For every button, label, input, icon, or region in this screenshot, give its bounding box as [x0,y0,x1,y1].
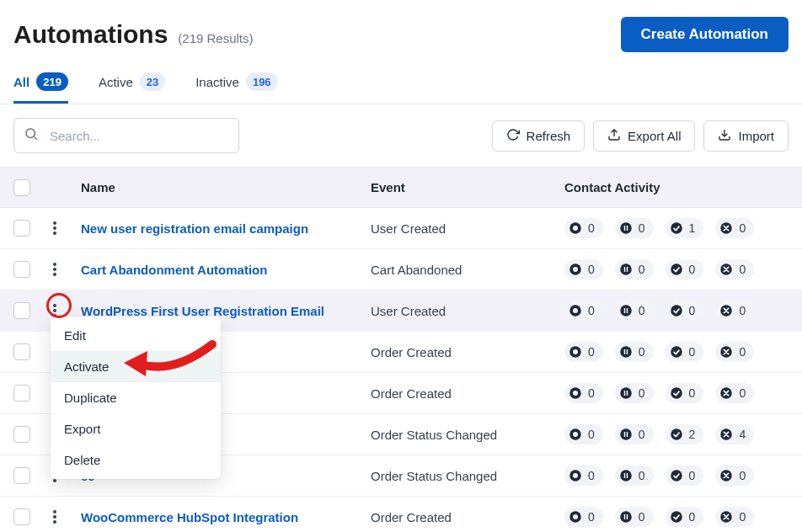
activity-count: 0 [639,221,645,235]
activity-count: 0 [689,386,696,400]
refresh-label: Refresh [527,129,571,143]
activity-failed-icon [719,509,734,524]
activity-failed-icon [719,262,734,277]
refresh-button[interactable]: Refresh [492,120,585,152]
svg-point-49 [620,387,632,399]
activity-open-icon [568,386,583,401]
row-more-button[interactable] [45,216,64,240]
row-name-link[interactable]: WordPress First User Registration Email [76,304,371,318]
activity-pill: 0 [666,466,704,486]
activity-open-icon [568,221,583,236]
menu-activate[interactable]: Activate [51,351,221,382]
activity-count: 0 [639,345,645,359]
svg-rect-60 [624,432,626,437]
row-activity: 0000 [564,259,802,279]
svg-point-74 [53,510,56,513]
row-activity: 0000 [564,507,802,527]
row-more-button[interactable] [45,258,64,281]
activity-count: 0 [639,263,645,276]
svg-point-5 [53,226,56,230]
activity-count: 0 [739,386,746,400]
svg-point-72 [671,470,682,481]
activity-count: 0 [588,263,595,276]
svg-rect-61 [627,432,628,437]
activity-pill: 0 [564,466,603,486]
menu-delete[interactable]: Delete [51,444,221,476]
activity-pill: 0 [715,218,754,238]
svg-point-12 [671,222,682,234]
activity-pill: 1 [666,218,704,238]
row-activity: 0000 [564,301,802,321]
activity-count: 0 [689,510,696,524]
row-activity: 0010 [564,218,802,238]
menu-export[interactable]: Export [51,413,221,444]
row-checkbox[interactable] [13,343,30,360]
activity-count: 4 [739,428,746,441]
activity-pill: 0 [615,301,654,321]
activity-open-icon [568,509,583,524]
activity-pill: 0 [615,259,654,279]
tab-all[interactable]: All 219 [13,72,68,104]
menu-duplicate[interactable]: Duplicate [51,382,221,413]
search-input[interactable] [13,118,239,153]
row-checkbox[interactable] [13,261,30,278]
row-name-link[interactable]: WooCommerce HubSpot Integration [76,510,371,524]
row-activity: 0000 [564,383,802,403]
row-checkbox[interactable] [13,426,30,443]
activity-count: 0 [639,510,645,524]
activity-count: 0 [639,469,645,482]
svg-point-25 [53,309,56,312]
tab-inactive[interactable]: Inactive 196 [195,72,277,104]
tab-active[interactable]: Active 23 [99,72,165,104]
svg-line-1 [34,136,36,139]
activity-pill: 0 [564,383,603,403]
select-all-checkbox[interactable] [13,179,30,196]
activity-paused-icon [618,468,634,483]
tabs: All 219 Active 23 Inactive 196 [0,56,802,104]
row-name-link[interactable]: Cart Abandonment Automation [76,263,371,277]
row-checkbox[interactable] [13,508,30,525]
activity-pill: 0 [715,466,754,486]
create-automation-button[interactable]: Create Automation [621,17,789,52]
row-event: Order Status Changed [371,469,564,483]
activity-failed-icon [719,344,734,359]
activity-pill: 0 [615,466,654,486]
import-label: Import [738,129,774,143]
svg-rect-30 [624,308,626,313]
activity-pill: 0 [615,218,654,238]
activity-pill: 0 [715,507,754,527]
svg-point-14 [53,263,56,266]
activity-done-icon [669,386,684,401]
table-row: WooCommerce HubSpot IntegrationOrder Cre… [0,497,802,532]
tab-badge: 219 [36,72,68,91]
row-name-link[interactable]: New user registration email campaign [76,221,371,236]
svg-rect-50 [624,391,626,396]
activity-pill: 0 [666,342,704,362]
svg-point-6 [53,231,56,235]
export-all-button[interactable]: Export All [593,120,695,152]
menu-edit[interactable]: Edit [51,320,221,351]
svg-point-82 [671,511,682,523]
svg-point-4 [53,221,56,225]
svg-point-79 [620,511,632,523]
activity-open-icon [568,344,583,359]
tab-label: Inactive [195,75,239,89]
svg-point-0 [26,129,35,138]
activity-count: 2 [689,428,696,441]
svg-point-62 [671,428,682,440]
activity-count: 0 [739,304,746,317]
svg-point-15 [53,268,56,271]
svg-rect-70 [624,473,626,478]
row-more-button[interactable] [45,505,64,529]
import-button[interactable]: Import [703,120,789,152]
svg-point-42 [671,346,682,358]
row-checkbox[interactable] [13,220,30,237]
row-checkbox[interactable] [13,467,30,484]
activity-paused-icon [618,427,634,442]
row-checkbox[interactable] [13,302,30,319]
table-row: Cart Abandonment AutomationCart Abandone… [0,249,802,290]
activity-count: 0 [588,386,595,400]
activity-count: 0 [588,345,595,359]
row-checkbox[interactable] [13,385,30,402]
export-all-label: Export All [628,129,681,143]
